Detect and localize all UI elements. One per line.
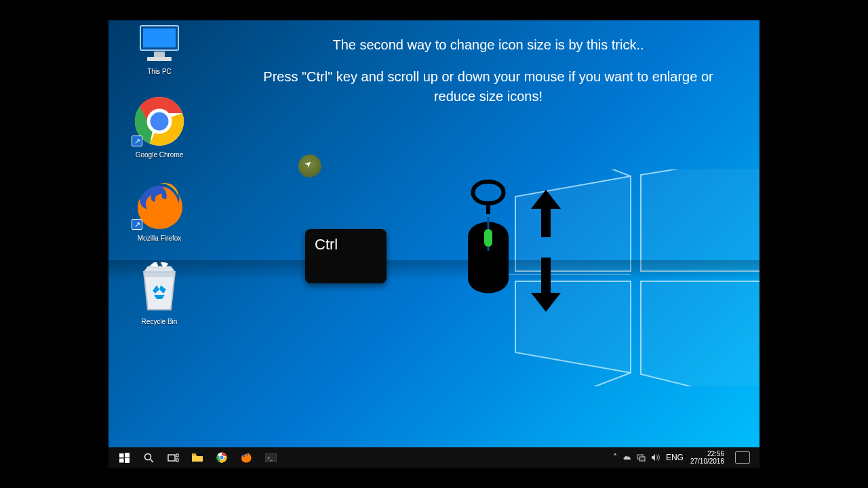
recycle-bin-icon	[136, 262, 183, 314]
network-icon[interactable]	[637, 454, 646, 462]
this-pc-icon	[136, 24, 182, 64]
terminal-icon: >_	[265, 453, 277, 462]
icon-label: Mozilla Firefox	[138, 235, 181, 242]
svg-rect-22	[176, 454, 178, 457]
notification-icon	[735, 451, 750, 464]
windows-desktop[interactable]: This PC ↗ Google Chrome ↗ Mozilla Fi	[108, 20, 760, 468]
icon-label: Google Chrome	[136, 151, 184, 159]
svg-point-26	[220, 455, 224, 460]
system-tray[interactable]: ˄ ENG	[613, 453, 684, 462]
svg-rect-17	[119, 458, 124, 462]
svg-rect-12	[484, 229, 492, 247]
svg-rect-18	[125, 458, 130, 463]
task-view-icon	[167, 453, 179, 462]
taskbar: >_ ˄ ENG 22:56 27/10/2016	[108, 447, 760, 468]
action-center-button[interactable]	[731, 447, 754, 468]
svg-rect-24	[192, 453, 196, 455]
windows-start-icon	[119, 453, 130, 463]
instruction-line-2: Press "Ctrl" key and scroll up or down y…	[244, 67, 732, 106]
desktop-icon-chrome[interactable]: ↗ Google Chrome	[122, 96, 197, 159]
desktop-icon-firefox[interactable]: ↗ Mozilla Firefox	[122, 179, 197, 242]
svg-rect-21	[168, 455, 175, 461]
instruction-line-1: The second way to change icon size is by…	[244, 35, 732, 55]
desktop-icon-this-pc[interactable]: This PC	[122, 24, 197, 75]
shortcut-arrow-icon: ↗	[132, 219, 142, 230]
instruction-overlay: The second way to change icon size is by…	[244, 35, 732, 106]
svg-rect-31	[639, 457, 645, 461]
chrome-taskbar-icon	[216, 452, 227, 463]
volume-icon[interactable]	[651, 453, 660, 462]
task-view-button[interactable]	[161, 447, 184, 468]
ctrl-key-label: Ctrl	[315, 236, 338, 253]
svg-rect-5	[154, 52, 165, 57]
svg-rect-23	[176, 459, 178, 462]
taskbar-left: >_	[108, 447, 282, 468]
taskbar-app-chrome[interactable]	[210, 447, 233, 468]
taskbar-app-explorer[interactable]	[186, 447, 209, 468]
firefox-taskbar-icon	[241, 452, 252, 463]
svg-line-1	[502, 169, 631, 176]
desktop-icon-recycle-bin[interactable]: Recycle Bin	[122, 262, 197, 325]
taskbar-right: ˄ ENG 22:56 27/10/2016	[613, 447, 760, 468]
svg-rect-14	[541, 258, 551, 295]
svg-rect-4	[143, 28, 176, 47]
start-button[interactable]	[113, 447, 136, 468]
ctrl-key-graphic: Ctrl	[305, 229, 387, 283]
letterbox-left	[0, 0, 108, 488]
taskbar-app-firefox[interactable]	[235, 447, 258, 468]
svg-rect-16	[125, 453, 130, 458]
svg-rect-6	[147, 57, 172, 61]
clock-time: 22:56	[690, 450, 724, 458]
svg-line-20	[151, 460, 153, 462]
desktop-icons-column: This PC ↗ Google Chrome ↗ Mozilla Fi	[122, 24, 197, 325]
search-button[interactable]	[137, 447, 160, 468]
search-icon	[144, 453, 154, 463]
taskbar-clock[interactable]: 22:56 27/10/2016	[690, 450, 724, 465]
svg-rect-15	[119, 453, 124, 458]
svg-line-2	[502, 373, 631, 386]
icon-label: Recycle Bin	[142, 318, 178, 325]
clock-date: 27/10/2016	[690, 458, 724, 465]
tray-chevron-up-icon[interactable]: ˄	[613, 453, 617, 462]
taskbar-app-terminal[interactable]: >_	[259, 447, 282, 468]
onedrive-icon[interactable]	[623, 453, 631, 462]
mouse-scroll-icon	[441, 176, 590, 312]
file-explorer-icon	[191, 453, 203, 462]
shortcut-arrow-icon: ↗	[132, 136, 142, 146]
cursor-highlight-icon	[298, 155, 321, 178]
svg-point-19	[144, 453, 151, 460]
horizon-shadow	[108, 260, 760, 281]
icon-label: This PC	[147, 68, 172, 75]
language-indicator[interactable]: ENG	[666, 453, 684, 462]
letterbox-right	[760, 0, 868, 488]
svg-text:>_: >_	[267, 455, 273, 461]
